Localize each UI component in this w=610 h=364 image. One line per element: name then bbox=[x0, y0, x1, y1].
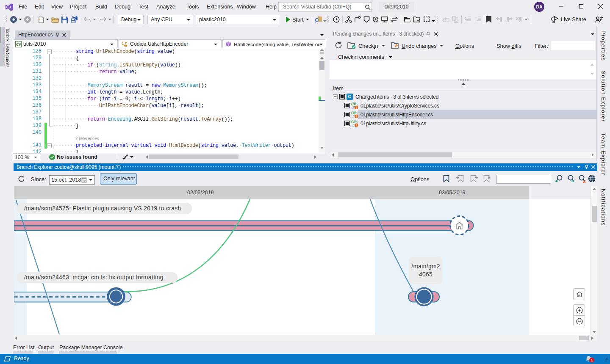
svg-text:C#: C# bbox=[351, 111, 356, 115]
svg-text:C#: C# bbox=[351, 102, 356, 106]
svg-text:?: ? bbox=[475, 17, 477, 20]
svg-text:C#: C# bbox=[16, 42, 21, 47]
svg-text:C#: C# bbox=[351, 120, 356, 124]
